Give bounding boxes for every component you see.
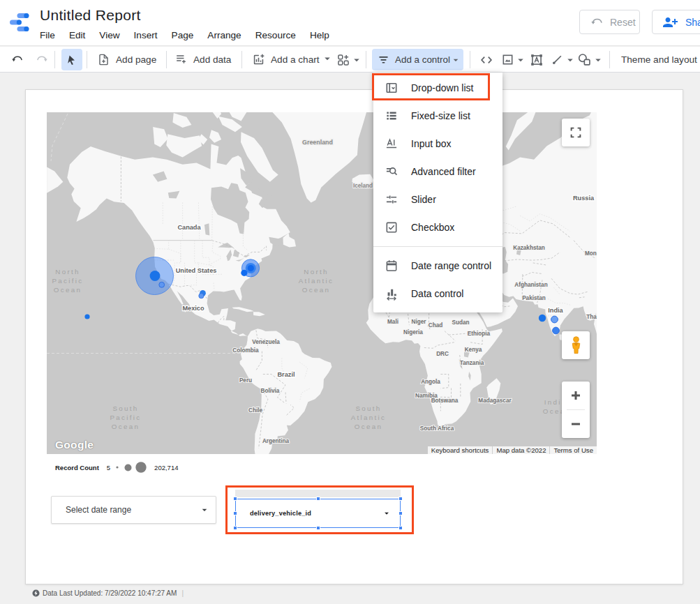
svg-text:United States: United States	[176, 267, 217, 274]
svg-text:Atlantic: Atlantic	[299, 277, 334, 285]
svg-text:South: South	[355, 405, 381, 412]
svg-text:Colombia: Colombia	[232, 347, 259, 354]
svg-text:Nigeria: Nigeria	[403, 329, 423, 335]
svg-text:Mali: Mali	[387, 319, 399, 325]
svg-text:Ethiopia: Ethiopia	[468, 331, 491, 337]
svg-text:Chile: Chile	[248, 407, 262, 414]
svg-text:Greenland: Greenland	[302, 139, 333, 146]
svg-text:Mexico: Mexico	[182, 305, 204, 312]
svg-text:Brazil: Brazil	[277, 371, 295, 378]
svg-text:Angola: Angola	[421, 379, 440, 385]
svg-text:Sudan: Sudan	[452, 319, 469, 326]
svg-text:Niger: Niger	[412, 319, 427, 325]
svg-text:Ocean: Ocean	[112, 423, 140, 430]
svg-text:Ocean: Ocean	[54, 286, 82, 294]
svg-text:Ocean: Ocean	[355, 423, 382, 430]
svg-text:Ocean: Ocean	[302, 286, 330, 294]
svg-text:Mongolia: Mongolia	[585, 250, 597, 257]
svg-text:Bolivia: Bolivia	[261, 388, 280, 394]
svg-text:India: India	[548, 307, 563, 314]
svg-text:Thailand: Thailand	[586, 314, 597, 320]
svg-text:Pacific: Pacific	[110, 414, 142, 421]
svg-text:Venezuela: Venezuela	[252, 339, 280, 345]
svg-text:Peru: Peru	[239, 377, 252, 384]
svg-text:Madagascar: Madagascar	[478, 398, 512, 404]
svg-text:Canada: Canada	[177, 224, 201, 231]
svg-text:Pacific: Pacific	[52, 277, 84, 285]
svg-text:North: North	[304, 268, 328, 275]
svg-text:Argentina: Argentina	[262, 438, 290, 444]
svg-text:Russia: Russia	[573, 195, 595, 202]
svg-text:South: South	[112, 405, 138, 412]
svg-text:DRC: DRC	[436, 351, 449, 357]
svg-text:Chad: Chad	[429, 322, 442, 329]
svg-text:Kenya: Kenya	[465, 347, 482, 353]
svg-text:North: North	[55, 268, 80, 275]
svg-text:Tanzania: Tanzania	[460, 360, 484, 366]
svg-text:South Africa: South Africa	[420, 425, 454, 432]
svg-text:Atlantic: Atlantic	[351, 414, 387, 421]
svg-text:Afghanistan: Afghanistan	[514, 282, 547, 288]
svg-text:Pakistan: Pakistan	[522, 295, 546, 301]
svg-text:Kazakhstan: Kazakhstan	[513, 245, 545, 251]
svg-text:Iceland: Iceland	[353, 183, 373, 189]
svg-text:Botswana: Botswana	[431, 398, 459, 404]
